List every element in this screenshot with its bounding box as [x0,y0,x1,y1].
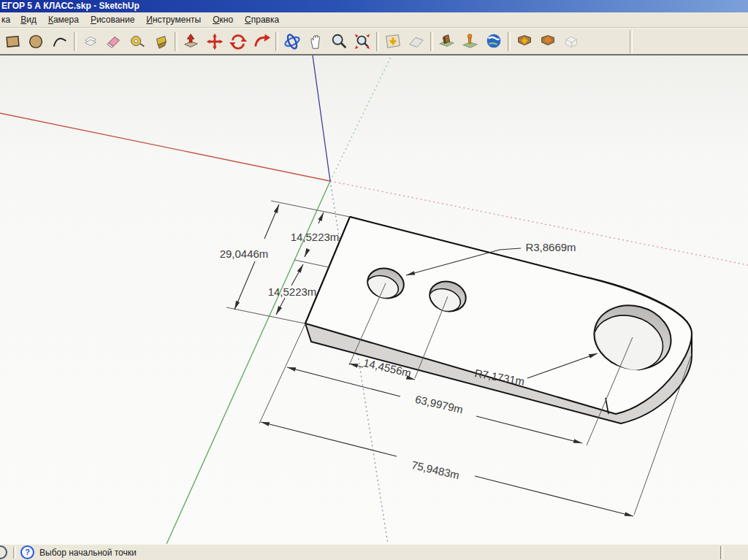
dim-label-length-total[interactable]: 75,9483m [411,459,461,482]
push-pull-tool-icon [182,32,201,51]
menu-item-5[interactable]: Окно [207,12,239,28]
circle-tool-icon [27,32,46,51]
offset-tool-icon [81,32,100,51]
rotate-tool-icon [229,32,248,51]
component-button-icon [562,32,581,51]
toolbar [0,28,748,54]
dim-label-height-upper[interactable]: 14,5223m [291,231,340,243]
toolbar-separator [376,32,379,51]
get-current-view-button-icon [383,32,402,51]
plate-model [305,217,692,423]
model-canvas[interactable]: 29,0446m 14,5223m 14,5223m R3,8669m 14,4… [0,55,748,544]
blue-axis-line [313,55,330,181]
title-bar: ЕГОР 5 А КЛАСС.skp - SketchUp [0,0,748,12]
tape-measure-tool[interactable] [126,30,149,53]
get-current-view-button[interactable] [381,30,405,53]
arc-tool-icon [50,32,69,51]
get-models-button[interactable] [513,30,536,53]
arc-tool[interactable] [48,30,72,53]
share-models-button-icon [538,32,557,51]
toolbar-separator [275,32,278,51]
zoom-tool-icon [329,32,348,51]
question-mark-icon: ? [20,545,34,559]
share-models-button[interactable] [536,30,560,53]
zoom-extents-tool[interactable] [351,30,374,53]
paint-bucket-tool[interactable] [149,30,172,53]
red-axis-line [0,113,330,181]
toolbar-separator [508,32,511,51]
menu-item-2[interactable]: Камера [42,12,85,28]
toggle-terrain-button-icon [407,32,426,51]
sketchup-window: { "window": { "title": "ЕГОР 5 А КЛАСС.s… [0,0,748,560]
place-model-button[interactable] [459,30,482,53]
menu-bar: каВидКамераРисованиеИнструментыОкноСправ… [0,12,748,28]
window-title: ЕГОР 5 А КЛАСС.skp - SketchUp [1,1,140,11]
toolbar-separator [74,32,77,51]
pan-tool[interactable] [304,30,327,53]
menu-item-6[interactable]: Справка [239,12,285,28]
drawing-viewport[interactable]: 29,0446m 14,5223m 14,5223m R3,8669m 14,4… [0,54,748,544]
dim-label-length-to-center[interactable]: 63,9979m [414,393,465,416]
dim-label-radius-small[interactable]: R3,8669m [525,241,576,253]
green-axis-dotted-line [330,55,392,181]
get-models-button-icon [515,32,534,51]
menu-item-0[interactable]: ка [0,12,15,28]
status-hint-text: Выбор начальной точки [39,548,137,558]
dim-label-height-total[interactable]: 29,0446m [220,248,269,260]
status-bar: ? Выбор начальной точки [0,544,748,560]
tape-measure-tool-icon [128,32,147,51]
follow-me-tool-icon [252,32,271,51]
photo-textures-button-icon [438,32,457,51]
measurement-box-divider [720,546,723,559]
follow-me-tool[interactable] [250,30,273,53]
orbit-tool[interactable] [280,30,304,53]
pan-tool-icon [306,32,325,51]
zoom-tool[interactable] [327,30,351,53]
eraser-tool-icon [104,32,123,51]
eraser-tool[interactable] [102,30,126,53]
google-earth-button[interactable] [482,30,505,53]
dim-label-height-lower[interactable]: 14,5223m [268,285,317,298]
status-left-icon [0,545,7,559]
menu-item-1[interactable]: Вид [15,12,42,28]
toolbar-end-divider [630,30,633,53]
move-tool-icon [205,32,224,51]
rectangle-tool[interactable] [1,30,25,53]
zoom-extents-tool-icon [353,32,372,51]
photo-textures-button[interactable] [435,30,459,53]
orbit-tool-icon [283,32,302,51]
component-button[interactable] [560,30,583,53]
status-separator [13,547,16,559]
toggle-terrain-button[interactable] [405,30,428,53]
place-model-button-icon [461,32,480,51]
push-pull-tool[interactable] [180,30,203,53]
google-earth-button-icon [484,32,503,51]
toolbar-separator [430,32,433,51]
circle-tool[interactable] [25,30,48,53]
toolbar-separator [175,32,178,51]
menu-item-4[interactable]: Инструменты [140,12,207,28]
move-tool[interactable] [203,30,226,53]
rectangle-tool-icon [4,32,23,51]
menu-item-3[interactable]: Рисование [85,12,140,28]
offset-tool[interactable] [79,30,102,53]
paint-bucket-tool-icon [151,32,170,51]
rotate-tool[interactable] [226,30,250,53]
